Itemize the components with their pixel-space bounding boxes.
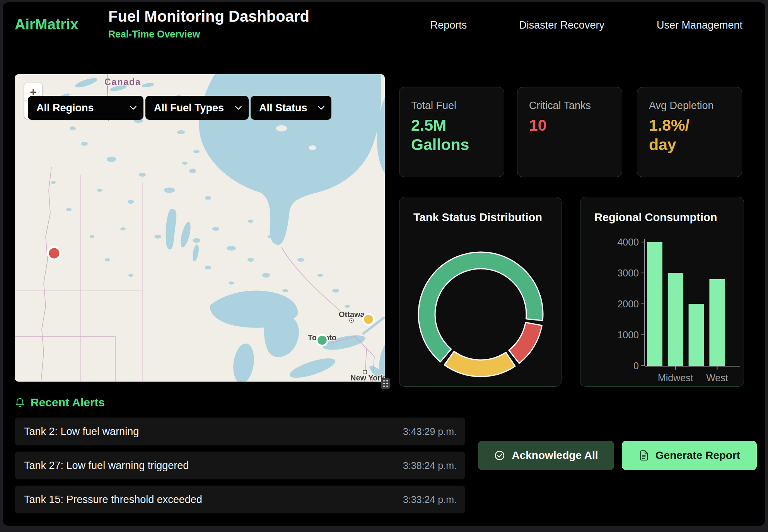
brand-logo[interactable]: AirMatrix [15, 16, 79, 33]
bar-2 [689, 304, 704, 366]
alert-row: Tank 15: Pressure threshold exceeded 3:3… [15, 486, 465, 513]
page-subtitle: Real-Time Overview [108, 29, 200, 40]
alert-message: Tank 15: Pressure threshold exceeded [24, 494, 202, 506]
donut-slice-critical [509, 322, 542, 363]
chevron-down-icon [318, 106, 324, 110]
generate-report-label: Generate Report [655, 449, 740, 462]
chevron-down-icon [130, 106, 137, 110]
map-label-ottawa: Ottawa [339, 310, 365, 319]
stat-label: Critical Tanks [529, 100, 610, 112]
page-title: Fuel Monitoring Dashboard [108, 8, 309, 25]
svg-text:Midwest: Midwest [658, 372, 693, 383]
chevron-down-icon [235, 106, 242, 110]
regions-dropdown[interactable]: All Regions [28, 96, 143, 120]
acknowledge-all-button[interactable]: Acknowledge All [478, 441, 614, 470]
tank-status-card: Tank Status Distribution [399, 197, 561, 387]
status-dropdown-value: All Status [259, 102, 307, 114]
regions-dropdown-value: All Regions [36, 102, 94, 114]
stat-value: 2.5MGallons [411, 116, 492, 154]
stat-label: Avg Depletion [649, 100, 730, 112]
alert-time: 3:43:29 p.m. [403, 426, 457, 437]
svg-text:2000: 2000 [617, 298, 639, 309]
check-circle-icon [494, 450, 505, 461]
recent-alerts-title: Recent Alerts [31, 396, 105, 409]
generate-report-button[interactable]: Generate Report [622, 441, 757, 470]
dashboard: AirMatrix Fuel Monitoring Dashboard Real… [3, 2, 765, 526]
main-nav: Reports Disaster Recovery User Managemen… [430, 2, 742, 48]
stat-label: Total Fuel [411, 100, 492, 112]
stat-card-critical-tanks: Critical Tanks 10 [517, 87, 622, 177]
map-label-country: Canada [104, 77, 141, 87]
alert-row: Tank 27: Low fuel warning triggered 3:38… [15, 452, 465, 479]
nav-user-management[interactable]: User Management [657, 19, 742, 31]
map-canvas: Canada Ottawa Toronto New York [15, 74, 385, 382]
alert-message: Tank 2: Low fuel warning [24, 426, 139, 438]
header: AirMatrix Fuel Monitoring Dashboard Real… [3, 2, 765, 48]
svg-text:0: 0 [633, 360, 639, 371]
stat-value: 1.8%/day [649, 116, 730, 154]
bar-0 [647, 242, 662, 366]
stat-card-avg-depletion: Avg Depletion 1.8%/day [637, 87, 742, 177]
map-marker-warning[interactable] [363, 314, 374, 325]
nav-disaster-recovery[interactable]: Disaster Recovery [519, 19, 604, 31]
svg-text:3000: 3000 [617, 268, 639, 278]
alert-message: Tank 27: Low fuel warning triggered [24, 460, 189, 472]
bar-1 [668, 273, 683, 366]
document-icon [638, 450, 649, 461]
alert-time: 3:33:24 p.m. [403, 494, 457, 505]
status-dropdown[interactable]: All Status [251, 96, 331, 120]
regional-consumption-bar-chart: 01000200030004000MidwestWest [580, 197, 744, 387]
tank-status-donut-chart [399, 197, 561, 387]
map-filters: All Regions All Fuel Types All Status [28, 96, 331, 120]
alert-row: Tank 2: Low fuel warning 3:43:29 p.m. [15, 418, 465, 445]
donut-slice-warning [444, 351, 515, 377]
svg-text:1000: 1000 [617, 329, 639, 340]
bar-3 [709, 279, 725, 366]
recent-alerts-heading: Recent Alerts [15, 396, 105, 409]
map-label-new-york: New York [350, 373, 385, 382]
alert-time: 3:38:24 p.m. [403, 460, 457, 471]
fuel-types-dropdown[interactable]: All Fuel Types [145, 96, 249, 120]
svg-text:West: West [706, 372, 728, 383]
fuel-types-dropdown-value: All Fuel Types [154, 102, 224, 114]
stat-value: 10 [529, 116, 610, 135]
map[interactable]: Canada Ottawa Toronto New York + − All R… [15, 74, 385, 382]
stat-card-total-fuel: Total Fuel 2.5MGallons [399, 87, 504, 177]
nav-reports[interactable]: Reports [430, 19, 467, 31]
acknowledge-all-label: Acknowledge All [512, 449, 598, 462]
regional-consumption-card: Regional Consumption 01000200030004000Mi… [580, 197, 744, 387]
map-marker-normal[interactable] [317, 335, 328, 346]
bell-icon [15, 397, 25, 408]
svg-text:4000: 4000 [617, 237, 639, 247]
map-marker-critical[interactable] [48, 247, 60, 259]
map-resize-handle[interactable] [381, 378, 390, 389]
